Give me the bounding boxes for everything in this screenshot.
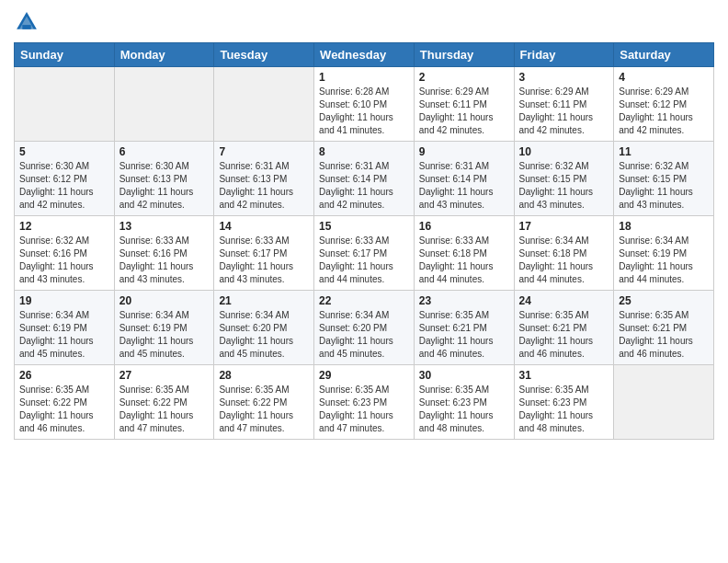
col-header-thursday: Thursday [414,43,514,67]
calendar-cell: 30Sunrise: 6:35 AMSunset: 6:23 PMDayligh… [414,365,514,440]
sunset-text: Sunset: 6:22 PM [119,396,210,409]
sunrise-text: Sunrise: 6:34 AM [19,309,109,322]
day-info: Sunrise: 6:35 AMSunset: 6:23 PMDaylight:… [519,384,609,435]
day-info: Sunrise: 6:32 AMSunset: 6:16 PMDaylight:… [19,235,109,286]
calendar-cell: 4Sunrise: 6:29 AMSunset: 6:12 PMDaylight… [614,67,714,142]
day-info: Sunrise: 6:32 AMSunset: 6:15 PMDaylight:… [519,160,609,212]
day-number: 6 [119,145,210,158]
sunset-text: Sunset: 6:17 PM [219,247,309,260]
day-number: 7 [219,145,309,158]
calendar-cell: 13Sunrise: 6:33 AMSunset: 6:16 PMDayligh… [114,216,214,291]
day-info: Sunrise: 6:35 AMSunset: 6:21 PMDaylight:… [419,309,509,361]
day-info: Sunrise: 6:33 AMSunset: 6:17 PMDaylight:… [319,235,409,286]
calendar-cell: 5Sunrise: 6:30 AMSunset: 6:12 PMDaylight… [15,142,115,216]
daylight-text: Daylight: 11 hours and 43 minutes. [19,260,109,286]
calendar-cell: 17Sunrise: 6:34 AMSunset: 6:18 PMDayligh… [514,216,614,291]
calendar-cell: 7Sunrise: 6:31 AMSunset: 6:13 PMDaylight… [214,142,314,216]
sunrise-text: Sunrise: 6:33 AM [219,235,309,247]
sunrise-text: Sunrise: 6:32 AM [619,160,709,173]
daylight-text: Daylight: 11 hours and 46 minutes. [519,335,609,361]
sunset-text: Sunset: 6:12 PM [19,173,109,186]
sunrise-text: Sunrise: 6:35 AM [419,309,509,322]
day-number: 31 [519,369,609,382]
sunrise-text: Sunrise: 6:30 AM [19,160,109,173]
daylight-text: Daylight: 11 hours and 46 minutes. [619,335,709,361]
daylight-text: Daylight: 11 hours and 42 minutes. [19,186,109,212]
day-number: 24 [519,294,609,307]
col-header-sunday: Sunday [15,43,115,67]
calendar-cell: 29Sunrise: 6:35 AMSunset: 6:23 PMDayligh… [314,365,415,440]
day-info: Sunrise: 6:35 AMSunset: 6:21 PMDaylight:… [519,309,609,361]
day-info: Sunrise: 6:35 AMSunset: 6:22 PMDaylight:… [119,384,210,435]
sunset-text: Sunset: 6:11 PM [419,98,509,111]
calendar-cell: 3Sunrise: 6:29 AMSunset: 6:11 PMDaylight… [514,67,614,142]
daylight-text: Daylight: 11 hours and 44 minutes. [419,260,509,286]
calendar-cell [614,365,714,440]
sunset-text: Sunset: 6:10 PM [319,98,409,111]
sunrise-text: Sunrise: 6:35 AM [519,309,609,322]
day-number: 2 [419,71,509,84]
daylight-text: Daylight: 11 hours and 48 minutes. [419,409,509,435]
daylight-text: Daylight: 11 hours and 44 minutes. [519,260,609,286]
daylight-text: Daylight: 11 hours and 42 minutes. [419,111,509,137]
sunset-text: Sunset: 6:17 PM [319,247,409,260]
day-number: 15 [319,220,409,233]
daylight-text: Daylight: 11 hours and 43 minutes. [619,186,709,212]
day-number: 27 [119,369,210,382]
sunset-text: Sunset: 6:19 PM [19,322,109,335]
sunset-text: Sunset: 6:22 PM [219,396,309,409]
svg-rect-2 [22,25,30,29]
sunrise-text: Sunrise: 6:28 AM [319,86,409,98]
sunset-text: Sunset: 6:23 PM [519,396,609,409]
daylight-text: Daylight: 11 hours and 42 minutes. [219,186,309,212]
calendar-week-row: 12Sunrise: 6:32 AMSunset: 6:16 PMDayligh… [15,216,714,291]
sunrise-text: Sunrise: 6:35 AM [319,384,409,396]
sunrise-text: Sunrise: 6:33 AM [119,235,210,247]
day-number: 23 [419,294,509,307]
calendar-cell: 31Sunrise: 6:35 AMSunset: 6:23 PMDayligh… [514,365,614,440]
calendar-cell: 21Sunrise: 6:34 AMSunset: 6:20 PMDayligh… [214,291,314,365]
sunset-text: Sunset: 6:23 PM [419,396,509,409]
sunrise-text: Sunrise: 6:31 AM [319,160,409,173]
day-info: Sunrise: 6:29 AMSunset: 6:11 PMDaylight:… [519,86,609,137]
day-number: 17 [519,220,609,233]
day-info: Sunrise: 6:29 AMSunset: 6:11 PMDaylight:… [419,86,509,137]
calendar-cell: 6Sunrise: 6:30 AMSunset: 6:13 PMDaylight… [114,142,214,216]
day-number: 30 [419,369,509,382]
sunset-text: Sunset: 6:23 PM [319,396,409,409]
calendar-week-row: 19Sunrise: 6:34 AMSunset: 6:19 PMDayligh… [15,291,714,365]
sunset-text: Sunset: 6:14 PM [319,173,409,186]
daylight-text: Daylight: 11 hours and 47 minutes. [319,409,409,435]
sunset-text: Sunset: 6:15 PM [619,173,709,186]
calendar-table: SundayMondayTuesdayWednesdayThursdayFrid… [14,42,714,440]
calendar-cell: 1Sunrise: 6:28 AMSunset: 6:10 PMDaylight… [314,67,415,142]
day-info: Sunrise: 6:35 AMSunset: 6:22 PMDaylight:… [219,384,309,435]
calendar-cell: 11Sunrise: 6:32 AMSunset: 6:15 PMDayligh… [614,142,714,216]
calendar-cell: 8Sunrise: 6:31 AMSunset: 6:14 PMDaylight… [314,142,415,216]
day-info: Sunrise: 6:30 AMSunset: 6:13 PMDaylight:… [119,160,210,212]
day-number: 26 [19,369,109,382]
day-info: Sunrise: 6:31 AMSunset: 6:13 PMDaylight:… [219,160,309,212]
sunrise-text: Sunrise: 6:35 AM [19,384,109,396]
page: SundayMondayTuesdayWednesdayThursdayFrid… [0,0,728,563]
daylight-text: Daylight: 11 hours and 47 minutes. [219,409,309,435]
sunset-text: Sunset: 6:15 PM [519,173,609,186]
sunset-text: Sunset: 6:21 PM [519,322,609,335]
day-info: Sunrise: 6:31 AMSunset: 6:14 PMDaylight:… [319,160,409,212]
sunrise-text: Sunrise: 6:32 AM [19,235,109,247]
day-number: 10 [519,145,609,158]
calendar-cell: 26Sunrise: 6:35 AMSunset: 6:22 PMDayligh… [15,365,115,440]
calendar-week-row: 1Sunrise: 6:28 AMSunset: 6:10 PMDaylight… [15,67,714,142]
daylight-text: Daylight: 11 hours and 43 minutes. [219,260,309,286]
daylight-text: Daylight: 11 hours and 46 minutes. [19,409,109,435]
day-number: 22 [319,294,409,307]
sunrise-text: Sunrise: 6:33 AM [419,235,509,247]
daylight-text: Daylight: 11 hours and 43 minutes. [419,186,509,212]
sunrise-text: Sunrise: 6:35 AM [619,309,709,322]
day-info: Sunrise: 6:34 AMSunset: 6:19 PMDaylight:… [619,235,709,286]
calendar-cell: 20Sunrise: 6:34 AMSunset: 6:19 PMDayligh… [114,291,214,365]
sunrise-text: Sunrise: 6:35 AM [519,384,609,396]
day-number: 12 [19,220,109,233]
daylight-text: Daylight: 11 hours and 44 minutes. [619,260,709,286]
sunset-text: Sunset: 6:16 PM [119,247,210,260]
